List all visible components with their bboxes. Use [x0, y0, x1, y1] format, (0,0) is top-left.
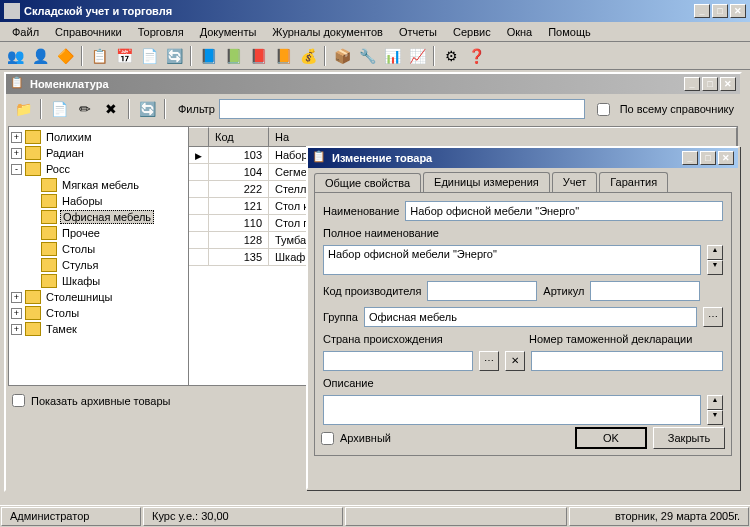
nom-tool-new[interactable]: 📄: [48, 98, 70, 120]
status-rate: Курс у.е.: 30,00: [143, 507, 343, 526]
tool-icon-16[interactable]: 📈: [406, 45, 428, 67]
folder-icon: [41, 226, 57, 240]
tree-item[interactable]: Мягкая мебель: [11, 177, 186, 193]
tab-warranty[interactable]: Гарантия: [599, 172, 668, 192]
tree-item[interactable]: Наборы: [11, 193, 186, 209]
col-code[interactable]: Код: [209, 127, 269, 146]
desc-scroll-down[interactable]: ▼: [707, 410, 723, 425]
tool-icon-15[interactable]: 📊: [381, 45, 403, 67]
tool-icon-4[interactable]: 📋: [88, 45, 110, 67]
menu-help[interactable]: Помощь: [540, 24, 599, 40]
expander-icon[interactable]: +: [11, 308, 22, 319]
tool-icon-3[interactable]: 🔶: [54, 45, 76, 67]
expander-icon[interactable]: +: [11, 148, 22, 159]
global-search-checkbox[interactable]: [597, 103, 610, 116]
tool-icon-17[interactable]: ⚙: [440, 45, 462, 67]
menu-file[interactable]: Файл: [4, 24, 47, 40]
fullname-input[interactable]: Набор офисной мебели "Энерго": [323, 245, 701, 275]
expander-icon[interactable]: +: [11, 292, 22, 303]
menu-journals[interactable]: Журналы документов: [264, 24, 391, 40]
tool-icon-18[interactable]: ❓: [465, 45, 487, 67]
nom-minimize-button[interactable]: _: [684, 77, 700, 91]
col-name[interactable]: На: [269, 127, 737, 146]
tool-icon-5[interactable]: 📅: [113, 45, 135, 67]
tab-units[interactable]: Единицы измерения: [423, 172, 550, 192]
expander-icon[interactable]: +: [11, 132, 22, 143]
nom-maximize-button[interactable]: □: [702, 77, 718, 91]
menu-reports[interactable]: Отчеты: [391, 24, 445, 40]
tool-icon-10[interactable]: 📕: [247, 45, 269, 67]
tree-item-label: Столы: [44, 307, 81, 319]
manufcode-input[interactable]: [427, 281, 537, 301]
col-indicator[interactable]: [189, 127, 209, 146]
tree-item-label: Радиан: [44, 147, 86, 159]
tool-icon-1[interactable]: 👥: [4, 45, 26, 67]
tree-item[interactable]: +Полихим: [11, 129, 186, 145]
nom-tool-folder[interactable]: 📁: [12, 98, 34, 120]
article-input[interactable]: [590, 281, 700, 301]
group-browse-button[interactable]: ⋯: [703, 307, 723, 327]
minimize-button[interactable]: _: [694, 4, 710, 18]
tree-item[interactable]: Прочее: [11, 225, 186, 241]
country-clear-button[interactable]: ✕: [505, 351, 525, 371]
tool-icon-8[interactable]: 📘: [197, 45, 219, 67]
row-indicator: [189, 198, 209, 214]
country-input[interactable]: [323, 351, 473, 371]
expander-icon[interactable]: -: [11, 164, 22, 175]
tool-icon-7[interactable]: 🔄: [163, 45, 185, 67]
folder-icon: [25, 130, 41, 144]
close-dialog-button[interactable]: Закрыть: [653, 427, 725, 449]
group-input[interactable]: [364, 307, 697, 327]
nom-tool-refresh[interactable]: 🔄: [136, 98, 158, 120]
tree-item[interactable]: Столы: [11, 241, 186, 257]
tool-icon-13[interactable]: 📦: [331, 45, 353, 67]
menu-references[interactable]: Справочники: [47, 24, 130, 40]
row-indicator: [189, 232, 209, 248]
customs-input[interactable]: [531, 351, 723, 371]
tool-icon-6[interactable]: 📄: [138, 45, 160, 67]
tree-item[interactable]: +Радиан: [11, 145, 186, 161]
category-tree[interactable]: +Полихим+Радиан-РоссМягкая мебельНаборыО…: [9, 127, 189, 385]
tab-general[interactable]: Общие свойства: [314, 173, 421, 193]
row-code: 110: [209, 215, 269, 231]
tool-icon-9[interactable]: 📗: [222, 45, 244, 67]
description-input[interactable]: [323, 395, 701, 425]
maximize-button[interactable]: □: [712, 4, 728, 18]
dialog-tabs: Общие свойства Единицы измерения Учет Га…: [314, 172, 732, 192]
menu-trade[interactable]: Торговля: [130, 24, 192, 40]
name-input[interactable]: [405, 201, 723, 221]
ok-button[interactable]: OK: [575, 427, 647, 449]
tab-accounting[interactable]: Учет: [552, 172, 598, 192]
dialog-titlebar[interactable]: 📋 Изменение товара _ □ ✕: [308, 148, 738, 168]
desc-scroll-up[interactable]: ▲: [707, 395, 723, 410]
tool-icon-14[interactable]: 🔧: [356, 45, 378, 67]
nom-tool-edit[interactable]: ✏: [74, 98, 96, 120]
tree-item[interactable]: -Росс: [11, 161, 186, 177]
expander-icon[interactable]: +: [11, 324, 22, 335]
tool-icon-11[interactable]: 📙: [272, 45, 294, 67]
tool-icon-12[interactable]: 💰: [297, 45, 319, 67]
tree-item[interactable]: +Столы: [11, 305, 186, 321]
country-browse-button[interactable]: ⋯: [479, 351, 499, 371]
fullname-scroll-up[interactable]: ▲: [707, 245, 723, 260]
tree-item[interactable]: +Тамек: [11, 321, 186, 337]
tree-item[interactable]: Шкафы: [11, 273, 186, 289]
filter-input[interactable]: [219, 99, 585, 119]
dlg-minimize-button[interactable]: _: [682, 151, 698, 165]
row-code: 222: [209, 181, 269, 197]
fullname-scroll-down[interactable]: ▼: [707, 260, 723, 275]
menu-windows[interactable]: Окна: [499, 24, 541, 40]
archive-product-checkbox[interactable]: [321, 432, 334, 445]
tool-icon-2[interactable]: 👤: [29, 45, 51, 67]
menu-service[interactable]: Сервис: [445, 24, 499, 40]
tree-item[interactable]: +Столешницы: [11, 289, 186, 305]
archive-checkbox[interactable]: [12, 394, 25, 407]
dlg-maximize-button[interactable]: □: [700, 151, 716, 165]
menu-documents[interactable]: Документы: [192, 24, 265, 40]
tree-item[interactable]: Офисная мебель: [11, 209, 186, 225]
nom-tool-delete[interactable]: ✖: [100, 98, 122, 120]
tree-item[interactable]: Стулья: [11, 257, 186, 273]
dlg-close-button[interactable]: ✕: [718, 151, 734, 165]
close-button[interactable]: ✕: [730, 4, 746, 18]
nom-close-button[interactable]: ✕: [720, 77, 736, 91]
